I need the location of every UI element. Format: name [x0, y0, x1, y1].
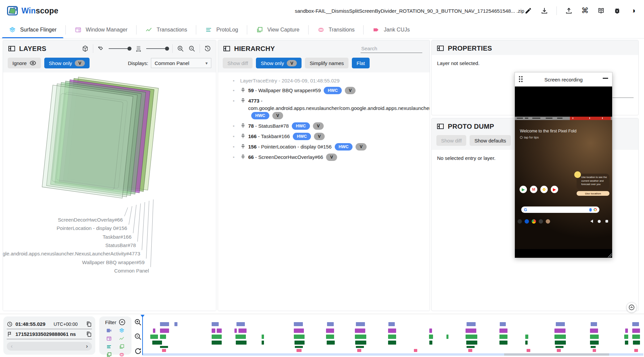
trace-entry-block — [624, 335, 628, 339]
tab-view-capture[interactable]: View Capture — [247, 21, 308, 38]
copy-ns-icon[interactable] — [86, 331, 92, 337]
rotation-icon[interactable] — [97, 45, 105, 52]
tab-window-manager[interactable]: Window Manager — [66, 21, 137, 38]
layers-3d-canvas[interactable]: ScreenDecorHwcOverlay#66PointerLocation … — [3, 72, 216, 311]
trace-entry-block — [212, 322, 219, 326]
shortcuts-icon[interactable]: ⌘ — [581, 7, 589, 15]
hierarchy-layer-row[interactable]: •59 - Wallpaper BBQ wrapper#59HWCV — [221, 87, 426, 94]
rotation-slider[interactable] — [109, 48, 131, 49]
trace-entry-block — [591, 346, 596, 348]
rings-icon — [317, 26, 325, 34]
displays-select[interactable]: Common Panel ▾ — [151, 58, 211, 68]
drag-handle-icon[interactable] — [519, 76, 524, 83]
pointer-pressure-bar — [570, 117, 611, 120]
spacing-icon[interactable] — [135, 45, 142, 52]
spacing-slider[interactable] — [146, 48, 168, 49]
filter-screen-recording-icon[interactable] — [106, 327, 112, 334]
tab-jank-cujs[interactable]: Jank CUJs — [364, 21, 418, 38]
trace-entry-block — [625, 341, 629, 345]
documentation-icon[interactable] — [597, 7, 605, 15]
reset-view-icon[interactable] — [204, 45, 211, 52]
collapse-panel-icon[interactable] — [436, 44, 444, 52]
simplify-names-button[interactable]: Simplify names — [305, 58, 348, 68]
pin-icon[interactable] — [240, 98, 246, 104]
3d-view-icon[interactable] — [82, 45, 89, 52]
timeline-row-surface-flinger — [140, 335, 644, 339]
collapse-panel-icon[interactable] — [436, 122, 444, 130]
next-frame-icon[interactable]: › — [86, 343, 88, 350]
show-diff-button[interactable]: Show diff — [436, 135, 466, 146]
trace-entry-block — [388, 335, 396, 339]
prev-frame-icon[interactable]: ‹ — [11, 343, 13, 350]
download-icon[interactable] — [540, 7, 548, 15]
trace-entry-block — [556, 322, 565, 326]
filter-transitions-icon[interactable] — [118, 351, 125, 357]
trace-entry-block — [235, 335, 246, 339]
filter-window-manager-icon[interactable] — [106, 335, 112, 342]
layer-label: Taskbar#166 — [103, 234, 131, 240]
collapse-panel-icon[interactable] — [8, 45, 16, 53]
resize-handle[interactable] — [608, 253, 612, 257]
trace-entry-block — [590, 335, 599, 339]
hierarchy-layer-row[interactable]: •166 - Taskbar#166HWCV — [221, 133, 426, 140]
filter-surface-flinger-icon[interactable] — [118, 327, 125, 334]
timeline-cursor[interactable] — [142, 315, 143, 355]
hierarchy-tree: • LayerTraceEntry - 2024-05-09, 01:48:55… — [218, 72, 430, 311]
trace-entry-root[interactable]: • LayerTraceEntry - 2024-05-09, 01:48:55… — [221, 78, 426, 83]
hierarchy-layer-row[interactable]: •78 - StatusBar#78HWCV — [221, 122, 426, 130]
flat-button[interactable]: Flat — [352, 58, 370, 68]
timeline-range-track[interactable] — [142, 353, 643, 356]
filter-transactions-icon[interactable] — [118, 335, 125, 342]
google-search-bar[interactable]: G — [521, 206, 599, 213]
upload-icon[interactable] — [565, 7, 573, 15]
pin-icon[interactable] — [240, 123, 246, 129]
tab-transitions[interactable]: Transitions — [309, 21, 364, 38]
tab-transactions[interactable]: Transactions — [137, 21, 196, 38]
hierarchy-layer-row[interactable]: •156 - PointerLocation - display 0#156HW… — [221, 143, 426, 151]
timeline-canvas[interactable] — [140, 314, 644, 357]
trace-entry-block — [162, 349, 166, 352]
nav-back-icon — [590, 220, 593, 223]
trace-entry-block — [466, 335, 477, 339]
layer-rect[interactable] — [42, 85, 133, 198]
zoom-out-icon[interactable] — [188, 45, 196, 52]
hierarchy-layer-row[interactable]: •66 - ScreenDecorHwcOverlay#66V — [221, 154, 426, 161]
trace-entry-block — [466, 341, 477, 345]
chevron-down-icon: ▾ — [205, 61, 208, 66]
filter-view-capture-icon[interactable] — [118, 343, 125, 350]
show-only-visible-button[interactable]: Show only V — [44, 58, 90, 68]
frame-scrollbar[interactable]: ‹ › — [7, 342, 92, 351]
edit-file-icon[interactable] — [524, 7, 532, 15]
show-diff-button[interactable]: Show diff — [223, 58, 253, 68]
collapse-panel-icon[interactable] — [223, 45, 231, 53]
pin-icon[interactable] — [240, 144, 246, 150]
tab-protolog[interactable]: ProtoLog — [196, 21, 247, 38]
pin-icon[interactable] — [240, 154, 246, 160]
clock-icon — [7, 321, 13, 327]
trace-entry-block — [467, 346, 475, 348]
hierarchy-layer-row[interactable]: •4773 - com.google.android.apps.nexuslau… — [221, 97, 426, 119]
show-only-visible-button[interactable]: Show only V — [256, 58, 302, 68]
report-bug-icon[interactable] — [613, 7, 621, 15]
minimize-button[interactable] — [603, 78, 608, 79]
filter-protolog-icon[interactable] — [106, 343, 112, 350]
dark-mode-icon[interactable]: ◑ — [629, 7, 637, 15]
filter-ime-icon[interactable] — [106, 351, 112, 357]
tab-label: ProtoLog — [216, 27, 238, 33]
zoom-in-icon[interactable] — [177, 45, 184, 52]
nav-buttons — [590, 220, 608, 223]
tap-for-tips: tap for tips — [520, 135, 539, 139]
hierarchy-search-input[interactable] — [361, 44, 422, 53]
copy-time-icon[interactable] — [86, 321, 92, 327]
trace-entry-block — [355, 329, 366, 333]
trace-entry-block — [500, 322, 506, 326]
use-location-button[interactable]: Use location — [577, 191, 609, 196]
collapse-filter-icon[interactable] — [118, 318, 126, 326]
show-defaults-button[interactable]: Show defaults — [470, 135, 511, 146]
pin-icon[interactable] — [240, 133, 246, 139]
screen-recording-window[interactable]: Screen recording Welcome to the first Pi… — [515, 72, 612, 258]
tab-surface-flinger[interactable]: Surface Flinger — [0, 21, 65, 38]
collapse-timeline-button[interactable] — [626, 302, 637, 313]
ignore-button[interactable]: Ignore — [8, 58, 41, 68]
pin-icon[interactable] — [240, 87, 246, 93]
